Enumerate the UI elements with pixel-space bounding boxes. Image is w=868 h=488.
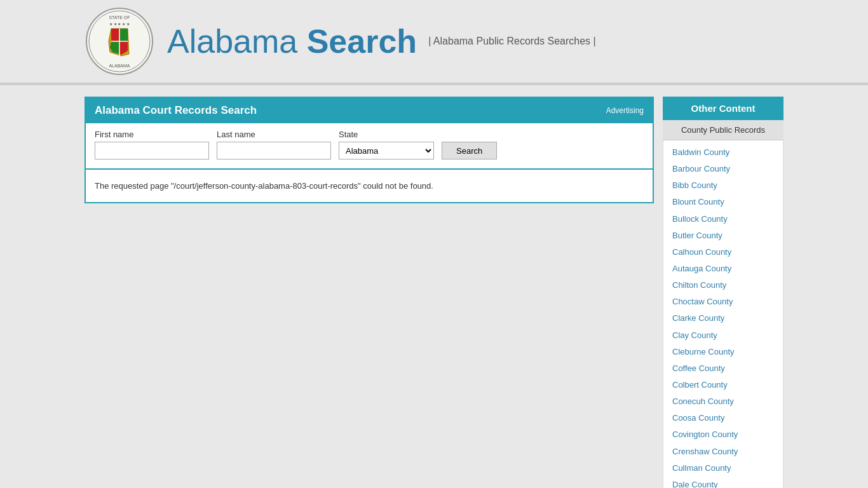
- alabama-seal: STATE OF ALABAMA ★ ★ ★ ★ ★: [85, 6, 154, 76]
- county-link[interactable]: Barbour County: [663, 161, 783, 177]
- search-form-body: First name Last name State Alabama Alask…: [86, 123, 653, 168]
- state-select[interactable]: Alabama Alaska Arizona: [339, 142, 434, 159]
- county-link[interactable]: Cleburne County: [663, 344, 783, 360]
- county-link[interactable]: Clay County: [663, 327, 783, 344]
- last-name-label: Last name: [217, 130, 331, 139]
- county-link[interactable]: Chilton County: [663, 277, 783, 294]
- site-title: Alabama Search: [167, 25, 417, 58]
- county-link[interactable]: Calhoun County: [663, 244, 783, 261]
- main-wrapper: Alabama Court Records Search Advertising…: [0, 85, 868, 488]
- county-link[interactable]: Conecuh County: [663, 393, 783, 410]
- county-link[interactable]: Coffee County: [663, 360, 783, 377]
- svg-marker-6: [111, 29, 119, 41]
- county-link[interactable]: Colbert County: [663, 377, 783, 393]
- county-link[interactable]: Clarke County: [663, 310, 783, 327]
- county-link[interactable]: Cullman County: [663, 460, 783, 477]
- county-list: Baldwin CountyBarbour CountyBibb CountyB…: [663, 140, 783, 488]
- title-alabama: Alabama: [167, 23, 307, 60]
- sidebar: Other Content County Public Records Bald…: [663, 97, 783, 488]
- site-subtitle: | Alabama Public Records Searches |: [428, 36, 596, 47]
- advertising-label: Advertising: [606, 106, 644, 115]
- state-label: State: [339, 130, 434, 139]
- first-name-label: First name: [95, 130, 209, 139]
- svg-marker-7: [119, 29, 128, 41]
- county-link[interactable]: Choctaw County: [663, 294, 783, 310]
- search-button[interactable]: Search: [442, 142, 497, 159]
- state-group: State Alabama Alaska Arizona: [339, 130, 434, 159]
- county-records-header: County Public Records: [663, 120, 783, 140]
- county-link[interactable]: Blount County: [663, 194, 783, 210]
- last-name-group: Last name: [217, 130, 331, 159]
- county-link[interactable]: Bibb County: [663, 177, 783, 194]
- search-box-header: Alabama Court Records Search Advertising: [86, 98, 653, 123]
- county-link[interactable]: Coosa County: [663, 410, 783, 426]
- svg-text:STATE OF: STATE OF: [109, 15, 130, 20]
- error-panel: The requested page "/court/jefferson-cou…: [85, 170, 654, 203]
- center-panel: Alabama Court Records Search Advertising…: [85, 97, 654, 488]
- title-search: Search: [307, 23, 417, 60]
- site-title-area: Alabama Search | Alabama Public Records …: [167, 25, 596, 58]
- last-name-input[interactable]: [217, 142, 331, 159]
- county-link[interactable]: Baldwin County: [663, 144, 783, 161]
- form-fields: First name Last name State Alabama Alask…: [95, 130, 644, 159]
- svg-text:★ ★ ★ ★ ★: ★ ★ ★ ★ ★: [109, 22, 130, 26]
- county-link[interactable]: Autauga County: [663, 261, 783, 277]
- other-content-header: Other Content: [663, 97, 783, 120]
- first-name-group: First name: [95, 130, 209, 159]
- first-name-input[interactable]: [95, 142, 209, 159]
- county-link[interactable]: Bullock County: [663, 211, 783, 227]
- county-link[interactable]: Covington County: [663, 426, 783, 443]
- search-box-title: Alabama Court Records Search: [95, 104, 257, 117]
- error-text: The requested page "/court/jefferson-cou…: [95, 181, 644, 191]
- page-header: STATE OF ALABAMA ★ ★ ★ ★ ★ Alabama Searc…: [0, 0, 868, 85]
- svg-text:ALABAMA: ALABAMA: [109, 64, 130, 68]
- county-link[interactable]: Butler County: [663, 227, 783, 244]
- county-link[interactable]: Crenshaw County: [663, 444, 783, 460]
- search-box: Alabama Court Records Search Advertising…: [85, 97, 654, 170]
- county-link[interactable]: Dale County: [663, 477, 783, 488]
- main-content: Alabama Court Records Search Advertising…: [85, 97, 783, 488]
